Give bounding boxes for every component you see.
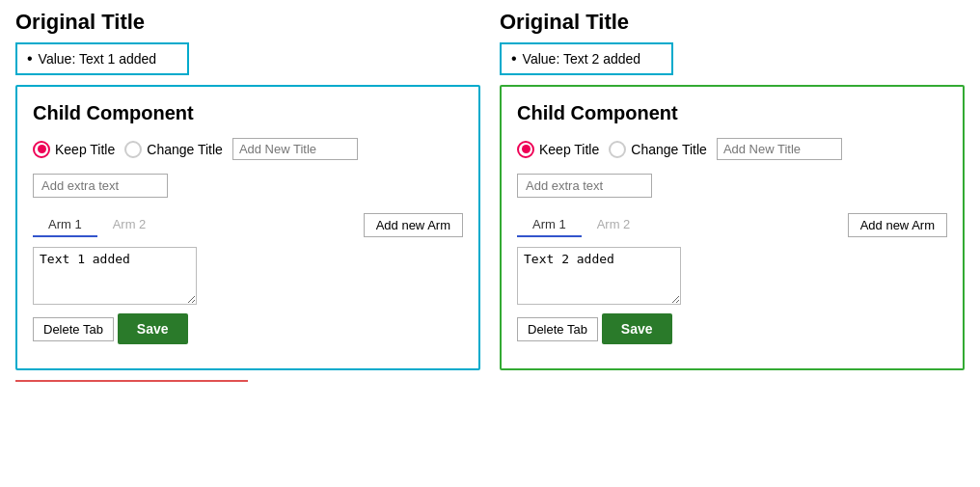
panel-2-value-box: Value: Text 2 added xyxy=(500,42,673,75)
panel-1: Original Title Value: Text 1 added Child… xyxy=(15,10,480,382)
panels-container: Original Title Value: Text 1 added Child… xyxy=(15,10,965,382)
panel-2-arms-tabs: Arm 1 Arm 2 xyxy=(517,213,645,237)
panel-1-arm-textarea[interactable] xyxy=(33,247,197,305)
panel-1-child-box: Child Component Keep Title Change Title … xyxy=(15,85,480,370)
panel-1-change-title-label: Change Title xyxy=(147,142,223,157)
panel-1-arm1-tab[interactable]: Arm 1 xyxy=(33,213,97,237)
panel-1-arms-row: Arm 1 Arm 2 Add new Arm xyxy=(33,213,463,239)
panel-2-delete-tab-button[interactable]: Delete Tab xyxy=(517,317,598,341)
panel-2-keep-title-radio-icon xyxy=(517,141,534,158)
panel-1-arm2-tab[interactable]: Arm 2 xyxy=(97,213,162,237)
panel-2-keep-title-radio[interactable]: Keep Title xyxy=(517,141,599,158)
panel-2-keep-title-label: Keep Title xyxy=(539,142,599,157)
panel-1-change-title-radio-icon xyxy=(124,141,142,158)
panel-2-new-title-input[interactable] xyxy=(717,138,842,160)
panel-1-child-title: Child Component xyxy=(33,102,463,124)
panel-2-extra-text-input[interactable] xyxy=(517,174,652,198)
panel-2-change-title-radio-icon xyxy=(609,141,626,158)
panel-2-arm1-tab[interactable]: Arm 1 xyxy=(517,213,582,237)
panel-1-radio-row: Keep Title Change Title xyxy=(33,138,463,160)
panel-2-arm2-tab[interactable]: Arm 2 xyxy=(582,213,646,237)
panel-2-change-title-radio[interactable]: Change Title xyxy=(609,141,707,158)
panel-1-value-text: Value: Text 1 added xyxy=(39,51,156,67)
panel-1-extra-text-input[interactable] xyxy=(33,174,168,198)
panel-1-keep-title-radio-icon xyxy=(33,141,50,158)
panel-1-change-title-radio[interactable]: Change Title xyxy=(124,141,223,158)
panel-2-add-arm-button[interactable]: Add new Arm xyxy=(848,213,947,237)
panel-2-change-title-label: Change Title xyxy=(631,142,707,157)
panel-1-title: Original Title xyxy=(15,10,480,35)
panel-1-save-button[interactable]: Save xyxy=(118,313,188,344)
panel-1-arms-tabs: Arm 1 Arm 2 xyxy=(33,213,161,237)
panel-2-arms-row: Arm 1 Arm 2 Add new Arm xyxy=(517,213,947,239)
panel-2-title: Original Title xyxy=(500,10,965,35)
panel-2-radio-row: Keep Title Change Title xyxy=(517,138,947,160)
panel-1-delete-tab-button[interactable]: Delete Tab xyxy=(33,317,114,341)
panel-2-child-box: Child Component Keep Title Change Title … xyxy=(500,85,965,370)
panel-2: Original Title Value: Text 2 added Child… xyxy=(500,10,965,382)
panel-2-arm-textarea[interactable] xyxy=(517,247,681,305)
panel-1-keep-title-label: Keep Title xyxy=(55,142,115,157)
panel-2-arms-section: Arm 1 Arm 2 Add new Arm xyxy=(517,213,947,308)
panel-1-new-title-input[interactable] xyxy=(232,138,358,160)
panel-1-bottom-line xyxy=(15,380,248,382)
panel-2-save-button[interactable]: Save xyxy=(602,313,672,344)
panel-1-arms-section: Arm 1 Arm 2 Add new Arm xyxy=(33,213,463,308)
panel-2-child-title: Child Component xyxy=(517,102,947,124)
panel-1-value-box: Value: Text 1 added xyxy=(15,42,189,75)
panel-1-add-arm-button[interactable]: Add new Arm xyxy=(364,213,463,237)
panel-1-keep-title-radio[interactable]: Keep Title xyxy=(33,141,115,158)
panel-2-value-text: Value: Text 2 added xyxy=(523,51,640,67)
